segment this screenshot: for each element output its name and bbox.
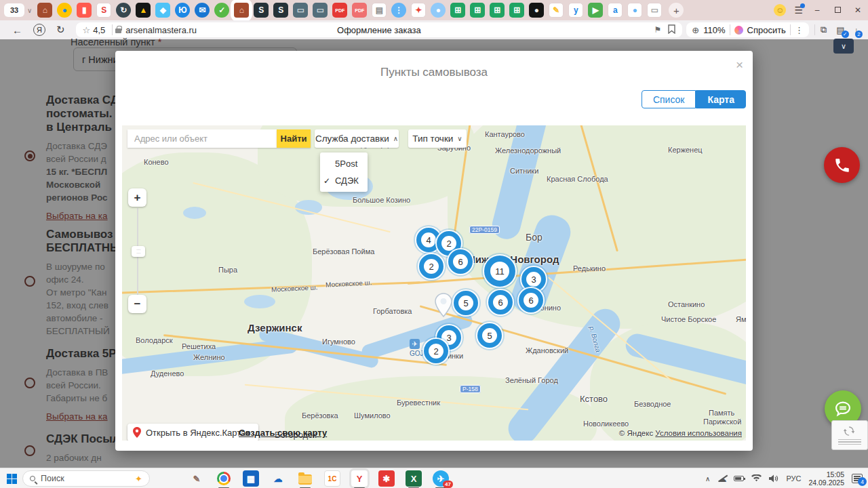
taskbar-app-red-app[interactable]: ✱ [378,470,395,487]
back-icon[interactable]: ← [12,24,22,36]
url-box[interactable]: ☆ 4,5 arsenalmastera.ru Оформление заказ… [76,22,683,37]
taskbar-app-paint[interactable]: ✎ [189,470,205,487]
cluster-marker[interactable]: 5 [454,291,478,315]
cluster-marker[interactable]: 5 [477,323,502,348]
tab-circle-blue-yellow[interactable]: ● [57,3,72,18]
map-label: Чистое Борское [661,315,716,323]
tab-photo-dark[interactable]: ▭ [313,3,328,18]
zoom-in-button[interactable]: + [128,188,146,207]
tab-green-circle[interactable]: ✓ [214,3,229,18]
service-option-5post[interactable]: 5Post [320,155,368,172]
taskbar-app-calculator[interactable]: ▦ [243,470,259,487]
delivery-service-menu: 5Post✓СДЭК [320,152,368,192]
point-type-filter[interactable]: Тип точки∨ [408,129,467,148]
tab-camera-dark[interactable]: ● [529,3,544,18]
close-window-button[interactable]: ✕ [852,5,864,15]
downloads-icon[interactable]: ↓2 [854,25,859,35]
clock[interactable]: 15:05 24.09.2025 [808,470,844,487]
taskbar-app-onedrive[interactable]: ☁ [270,470,286,487]
notification-center-icon[interactable]: 4 [852,474,863,483]
map-copyright: © Яндекс Условия использования [619,429,742,437]
volume-icon[interactable] [769,474,778,483]
tab-blue-dots[interactable]: ⋮ [391,3,406,18]
taskbar-app-explorer[interactable] [297,470,313,487]
browser-menu-icon[interactable]: ☰ [794,5,803,16]
zoom-icon[interactable]: ⊕ [692,25,699,35]
tab-sheet-green[interactable]: ⊞ [470,3,485,18]
tab-colorful-star[interactable]: ✦ [411,3,426,18]
maximize-button[interactable] [831,5,844,15]
zoom-out-button[interactable]: − [128,295,146,313]
battery-icon[interactable] [734,476,744,481]
map-canvas[interactable]: Коневопос. ГидроторфЗарубиноКантауровоЖе… [122,125,746,441]
reload-icon[interactable]: ↻ [56,24,65,36]
tray-chevron-icon[interactable]: ∧ [705,475,710,483]
find-button[interactable]: Найти [277,129,311,148]
tab-messenger-blue[interactable]: ✉ [195,3,210,18]
taskbar-app-excel[interactable]: X [406,470,422,487]
cluster-marker[interactable]: 2 [424,339,448,363]
view-map-button[interactable]: Карта [696,90,746,108]
tab-doc-new[interactable]: ▭ [647,3,662,18]
kebab-icon[interactable]: ⋮ [795,25,804,35]
tab-blue-circle[interactable]: ● [431,3,446,18]
tab-pdf-red[interactable]: PDF [332,3,347,18]
tab-s-dark[interactable]: S [254,3,269,18]
yandex-services-icon[interactable]: Я [33,24,45,36]
onedrive-paused-icon[interactable]: ☁ [717,474,726,484]
tab-s-dark[interactable]: S [273,3,288,18]
tab-dark-circle-arrows[interactable]: ↻ [116,3,131,18]
tab-s-red[interactable]: S [96,3,111,18]
tab-red-card[interactable]: ▮ [77,3,92,18]
taskbar-app-1c[interactable]: 1С [324,470,340,487]
view-list-button[interactable]: Список [642,90,696,108]
taskbar-app-chrome[interactable] [216,470,232,487]
tab-site-roof[interactable]: ⌂ [37,3,52,18]
tab-y-blue[interactable]: y [568,3,583,18]
tab-blue-ring[interactable]: ● [627,3,642,18]
documents-extension-icon[interactable]: ▤✓ [836,25,844,35]
tab-green-send[interactable]: ▶ [588,3,603,18]
measure-button[interactable]: ⋯⋯ [132,246,145,257]
delivery-service-filter[interactable]: Служба доставки∧ [315,129,399,148]
cluster-marker[interactable]: 6 [448,249,473,274]
taskbar-app-telegram[interactable]: ✈47 [433,470,449,487]
map-search-input[interactable] [127,129,277,148]
tab-active-site-roof[interactable]: ⌂ [234,3,249,18]
terms-link[interactable]: Условия использования [655,429,742,437]
ask-button[interactable]: Спросить [747,25,786,35]
zoom-level[interactable]: 110% [703,25,725,35]
new-tab-button[interactable]: + [669,3,684,18]
cluster-marker[interactable]: 6 [488,290,513,314]
tab-sheet-green[interactable]: ⊞ [450,3,465,18]
start-button[interactable] [7,474,17,484]
service-option-сдэк[interactable]: ✓СДЭК [320,172,368,189]
tab-sheet-green[interactable]: ⊞ [490,3,505,18]
tab-counter[interactable]: 33 [4,3,24,17]
tab-doc-white[interactable]: ▤ [372,3,387,18]
tab-photo-dark[interactable]: ▭ [293,3,308,18]
cluster-marker[interactable]: 2 [419,254,443,279]
map-pin-icon [133,427,141,438]
tab-pdf-light[interactable]: PDF [352,3,367,18]
tab-black-yellow-triangle[interactable]: ▲ [136,3,151,18]
tab-sheet-green[interactable]: ⊞ [509,3,524,18]
mood-icon[interactable]: ☺ [774,4,786,16]
collections-icon[interactable]: ⧉ [821,24,827,35]
callback-phone-button[interactable] [824,147,860,183]
cluster-marker[interactable]: 11 [484,256,515,287]
wifi-icon[interactable] [751,474,762,483]
tab-pencil[interactable]: ✎ [549,3,564,18]
tab-yoomoney[interactable]: Ю [175,3,190,18]
close-icon[interactable]: × [736,58,743,73]
tab-blue-shield[interactable]: ◆ [155,3,170,18]
taskbar-search[interactable]: Поиск ✦ [22,470,150,487]
tab-a-blue[interactable]: a [608,3,623,18]
minimize-button[interactable]: – [811,5,823,15]
cluster-marker[interactable]: 6 [519,288,543,312]
create-map-link[interactable]: Создать свою карту [239,428,327,438]
tab-list-chevron-icon[interactable]: ∨ [27,7,32,14]
collapse-panel-button[interactable]: ∨ [833,39,854,54]
language-indicator[interactable]: РУС [786,474,801,483]
taskbar-app-yandex-browser[interactable]: Y [351,470,368,487]
